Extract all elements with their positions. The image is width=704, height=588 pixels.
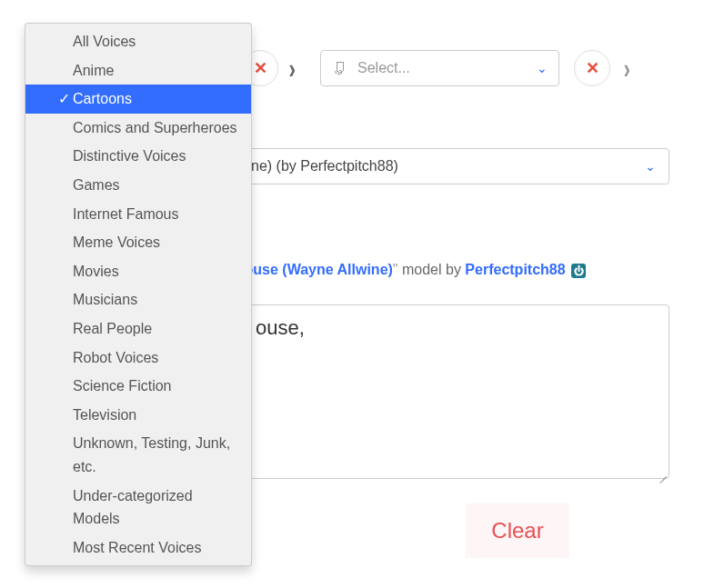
- clear-button[interactable]: Clear: [466, 503, 568, 558]
- close-icon: ✕: [586, 60, 599, 76]
- dropdown-item-recent[interactable]: Most Recent Voices: [25, 533, 251, 563]
- dropdown-item-internet-famous[interactable]: Internet Famous: [25, 200, 251, 229]
- dropdown-item-scifi[interactable]: Science Fiction: [25, 372, 251, 401]
- close-icon: ✕: [254, 60, 267, 76]
- dropdown-item-meme[interactable]: Meme Voices: [25, 228, 251, 257]
- dropdown-item-unknown[interactable]: Unknown, Testing, Junk, etc.: [25, 429, 251, 481]
- model-by-text: model by: [398, 262, 466, 277]
- dropdown-item-cartoons[interactable]: Cartoons: [25, 85, 251, 114]
- dropdown-item-musicians[interactable]: Musicians: [25, 285, 251, 314]
- dropdown-item-real-people[interactable]: Real People: [25, 314, 251, 344]
- dropdown-item-comics[interactable]: Comics and Superheroes: [25, 114, 251, 143]
- dropdown-item-robot[interactable]: Robot Voices: [25, 344, 251, 373]
- category-dropdown[interactable]: All Voices Anime Cartoons Comics and Sup…: [25, 23, 252, 566]
- model-author-link[interactable]: Perfectpitch88: [465, 262, 565, 277]
- chevron-down-icon: ⌄: [537, 61, 548, 75]
- dropdown-item-all-voices[interactable]: All Voices: [25, 27, 251, 56]
- dropdown-item-movies[interactable]: Movies: [25, 257, 251, 286]
- dropdown-item-games[interactable]: Games: [25, 171, 251, 200]
- dropdown-item-anime[interactable]: Anime: [25, 56, 251, 85]
- clear-filter-button-2[interactable]: ✕: [574, 50, 610, 86]
- chevron-right-icon: ›: [624, 52, 630, 85]
- chevron-right-icon: ›: [289, 52, 296, 85]
- chevron-down-icon: ⌄: [645, 159, 656, 174]
- dropdown-item-distinctive[interactable]: Distinctive Voices: [25, 142, 251, 171]
- tag-select[interactable]: 🏷 Select... ⌄: [320, 50, 559, 86]
- verified-badge-icon: ⏻: [571, 264, 586, 278]
- voice-select-value: ne) (by Perfectpitch88): [251, 158, 398, 174]
- dropdown-item-television[interactable]: Television: [25, 401, 251, 430]
- dropdown-item-undercategorized[interactable]: Under-categorized Models: [25, 482, 251, 533]
- tag-icon: 🏷: [331, 61, 347, 75]
- tag-select-placeholder: Select...: [357, 60, 526, 76]
